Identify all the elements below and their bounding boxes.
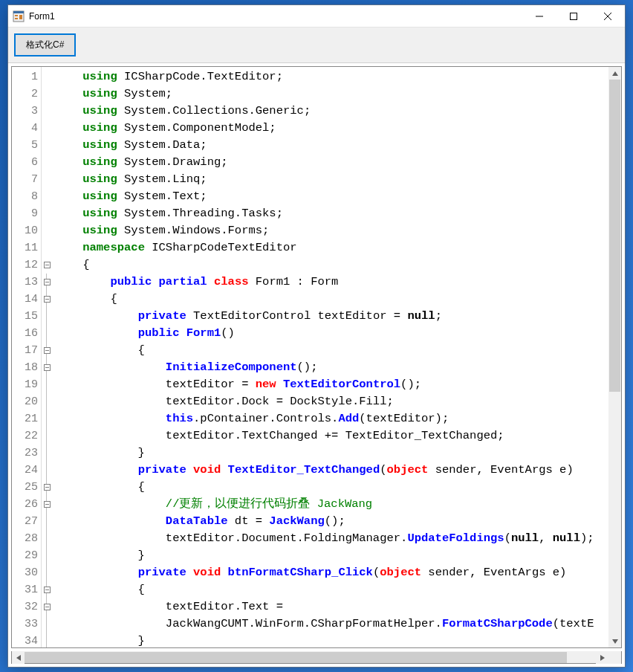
code-line[interactable]: namespace ICSharpCodeTextEditor	[55, 239, 608, 256]
code-line[interactable]: {	[55, 291, 608, 308]
code-line[interactable]: using System.Threading.Tasks;	[55, 205, 608, 222]
line-number: 18	[12, 359, 41, 376]
code-line[interactable]: using System.Data;	[55, 137, 608, 154]
titlebar[interactable]: Form1	[8, 5, 625, 28]
fold-marker[interactable]	[42, 496, 52, 513]
line-number: 6	[12, 154, 41, 171]
line-number: 2	[12, 85, 41, 103]
line-number: 12	[12, 256, 41, 274]
maximize-button[interactable]	[556, 5, 591, 28]
code-line[interactable]: public Form1()	[55, 325, 608, 342]
code-line[interactable]: }	[55, 445, 608, 462]
line-number: 8	[12, 188, 41, 205]
code-line[interactable]: using System;	[55, 85, 608, 103]
code-line[interactable]: textEditor = new TextEditorControl();	[55, 376, 608, 393]
fold-marker[interactable]	[42, 598, 52, 616]
line-number: 4	[12, 120, 41, 137]
fold-marker[interactable]	[42, 342, 52, 359]
horizontal-scrollbar[interactable]	[11, 651, 622, 664]
code-line[interactable]: }	[55, 633, 608, 647]
code-line[interactable]: private void btnFormatCSharp_Click(objec…	[55, 564, 608, 581]
fold-marker	[42, 376, 52, 393]
fold-marker	[42, 188, 52, 205]
window-controls	[522, 5, 625, 27]
line-number: 19	[12, 376, 41, 393]
code-editor[interactable]: 1234567891011121314151617181920212223242…	[11, 66, 622, 648]
line-number: 29	[12, 547, 41, 564]
code-line[interactable]: public partial class Form1 : Form	[55, 274, 608, 291]
fold-marker	[42, 513, 52, 530]
line-number: 16	[12, 325, 41, 342]
code-line[interactable]: DataTable dt = JackWang();	[55, 513, 608, 530]
code-line[interactable]: using System.Linq;	[55, 171, 608, 188]
code-line[interactable]: private void TextEditor_TextChanged(obje…	[55, 462, 608, 479]
line-number: 32	[12, 598, 41, 616]
fold-marker	[42, 393, 52, 410]
vertical-scrollbar[interactable]	[608, 67, 621, 647]
line-number: 26	[12, 496, 41, 513]
code-line[interactable]: private TextEditorControl textEditor = n…	[55, 308, 608, 325]
code-line[interactable]: JackWangCUMT.WinForm.CSharpFormatHelper.…	[55, 616, 608, 633]
fold-marker[interactable]	[42, 274, 52, 291]
code-line[interactable]: InitializeComponent();	[55, 359, 608, 376]
code-line[interactable]: {	[55, 342, 608, 359]
toolbar: 格式化C#	[8, 28, 625, 63]
fold-marker	[42, 205, 52, 222]
code-line[interactable]: textEditor.Document.FoldingManager.Updat…	[55, 530, 608, 547]
line-number: 3	[12, 103, 41, 120]
svg-rect-2	[15, 15, 18, 16]
app-window: Form1 格式化C# 1234567891011121314151617181…	[7, 4, 626, 668]
scroll-up-arrow[interactable]	[608, 67, 621, 80]
scroll-down-arrow[interactable]	[608, 635, 621, 647]
horizontal-scroll-thumb[interactable]	[25, 652, 567, 663]
line-number: 31	[12, 581, 41, 598]
line-number: 14	[12, 291, 41, 308]
fold-marker	[42, 68, 52, 85]
fold-marker	[42, 616, 52, 633]
fold-marker	[42, 445, 52, 462]
svg-marker-10	[612, 639, 618, 644]
line-number: 9	[12, 205, 41, 222]
line-number: 22	[12, 427, 41, 445]
fold-marker	[42, 633, 52, 648]
line-number: 5	[12, 137, 41, 154]
code-line[interactable]: {	[55, 479, 608, 496]
close-button[interactable]	[591, 5, 625, 28]
code-line[interactable]: textEditor.TextChanged += TextEditor_Tex…	[55, 427, 608, 445]
code-line[interactable]: //更新，以便进行代码折叠 JackWang	[55, 496, 608, 513]
code-area[interactable]: using ICSharpCode.TextEditor; using Syst…	[52, 67, 608, 647]
app-icon	[13, 10, 25, 22]
fold-marker	[42, 137, 52, 154]
code-line[interactable]: {	[55, 256, 608, 274]
fold-marker	[42, 154, 52, 171]
fold-column[interactable]	[42, 67, 52, 647]
code-line[interactable]: }	[55, 547, 608, 564]
code-line[interactable]: textEditor.Text =	[55, 598, 608, 616]
fold-marker[interactable]	[42, 359, 52, 376]
code-line[interactable]: using System.Drawing;	[55, 154, 608, 171]
code-line[interactable]: using System.ComponentModel;	[55, 120, 608, 137]
scroll-left-arrow[interactable]	[12, 651, 25, 664]
format-csharp-button[interactable]: 格式化C#	[14, 33, 76, 56]
fold-marker	[42, 547, 52, 564]
code-line[interactable]: {	[55, 581, 608, 598]
code-line[interactable]: using System.Text;	[55, 188, 608, 205]
code-line[interactable]: using System.Collections.Generic;	[55, 103, 608, 120]
minimize-button[interactable]	[522, 5, 556, 28]
vertical-scroll-thumb[interactable]	[609, 80, 620, 392]
code-line[interactable]: using System.Windows.Forms;	[55, 222, 608, 239]
fold-marker	[42, 222, 52, 239]
code-line[interactable]: using ICSharpCode.TextEditor;	[55, 68, 608, 85]
fold-marker	[42, 308, 52, 325]
fold-marker	[42, 427, 52, 445]
fold-marker[interactable]	[42, 291, 52, 308]
code-line[interactable]: textEditor.Dock = DockStyle.Fill;	[55, 393, 608, 410]
code-line[interactable]: this.pContainer.Controls.Add(textEditor)…	[55, 410, 608, 427]
scroll-right-arrow[interactable]	[596, 651, 608, 664]
fold-marker[interactable]	[42, 479, 52, 496]
svg-marker-11	[16, 655, 21, 661]
svg-rect-1	[13, 11, 24, 13]
line-number: 1	[12, 68, 41, 85]
fold-marker[interactable]	[42, 256, 52, 274]
fold-marker[interactable]	[42, 581, 52, 598]
